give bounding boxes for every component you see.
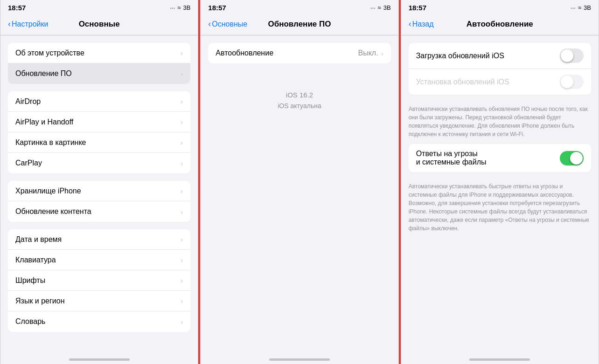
back-chevron-2: ‹ xyxy=(208,19,211,29)
chevron-about: › xyxy=(181,49,183,57)
ios-status: iOS актуальна xyxy=(208,101,390,111)
chevron-airdrop: › xyxy=(181,97,183,105)
back-chevron-1: ‹ xyxy=(8,19,11,29)
chevron-dictionary: › xyxy=(181,318,183,326)
toggle-download[interactable] xyxy=(560,48,584,63)
toggle-knob-security xyxy=(570,152,583,165)
chevron-language: › xyxy=(181,297,183,305)
list-item-airplay[interactable]: AirPlay и Handoff › xyxy=(8,112,190,132)
ios-version: iOS 16.2 xyxy=(208,89,390,101)
nav-bar-2: ‹ Основные Обновление ПО xyxy=(201,15,398,35)
back-button-3[interactable]: ‹ Назад xyxy=(409,19,434,29)
ios-info: iOS 16.2 iOS актуальна xyxy=(201,71,398,130)
list-item-language[interactable]: Язык и регион › xyxy=(8,291,190,311)
home-bar-3 xyxy=(469,358,530,361)
chevron-airplay: › xyxy=(181,118,183,126)
content-2: Автообновление Выкл. › iOS 16.2 iOS акту… xyxy=(201,35,398,355)
back-chevron-3: ‹ xyxy=(409,19,411,29)
home-bar-2 xyxy=(269,358,330,361)
back-label-1: Настройки xyxy=(12,20,48,28)
label-airdrop: AirDrop xyxy=(15,97,41,106)
list-item-datetime[interactable]: Дата и время › xyxy=(8,229,190,250)
label-storage: Хранилище iPhone xyxy=(15,187,81,195)
back-button-1[interactable]: ‹ Настройки xyxy=(8,19,48,29)
back-button-2[interactable]: ‹ Основные xyxy=(208,19,247,29)
panel-auto-update: 18:57 ··· ≈ 3B ‹ Назад Автообновление За… xyxy=(401,0,599,364)
home-indicator-2 xyxy=(201,355,398,364)
toggle-row-install: Установка обновлений iOS xyxy=(409,69,591,95)
toggle-knob-download xyxy=(561,49,573,62)
label-carplay: CarPlay xyxy=(15,159,42,167)
toggle-row-download: Загрузка обновлений iOS xyxy=(409,43,591,69)
battery-icon-3: 3B xyxy=(584,4,591,11)
label-security: Ответы на угрозы и системные файлы xyxy=(416,150,560,166)
label-software-update: Обновление ПО xyxy=(15,69,72,78)
label-airplay: AirPlay и Handoff xyxy=(15,118,73,126)
list-item-storage[interactable]: Хранилище iPhone › xyxy=(8,181,190,201)
list-item-dictionary[interactable]: Словарь › xyxy=(8,311,190,332)
list-item-about[interactable]: Об этом устройстве › xyxy=(8,43,190,63)
label-download: Загрузка обновлений iOS xyxy=(416,52,560,60)
battery-icon-1: 3B xyxy=(183,4,190,11)
content-1: Об этом устройстве › Обновление ПО › Air… xyxy=(0,35,198,355)
list-group-toggles-2: Ответы на угрозы и системные файлы xyxy=(409,144,591,172)
label-auto-update: Автообновление xyxy=(216,49,273,57)
status-bar-2: 18:57 ··· ≈ 3B xyxy=(201,0,398,15)
panel-general: 18:57 ··· ≈ 3B ‹ Настройки Основные Об э… xyxy=(0,0,198,364)
list-item-airdrop[interactable]: AirDrop › xyxy=(8,91,190,112)
time-3: 18:57 xyxy=(409,4,426,12)
label-keyboard: Клавиатура xyxy=(15,256,56,264)
nav-bar-3: ‹ Назад Автообновление xyxy=(401,15,599,35)
battery-icon-2: 3B xyxy=(383,4,391,11)
wifi-icon-3: ≈ xyxy=(578,4,581,11)
chevron-software-update: › xyxy=(181,70,183,78)
label-about: Об этом устройстве xyxy=(15,49,84,57)
list-group-3: Хранилище iPhone › Обновление контента › xyxy=(8,181,190,222)
label-datetime: Дата и время xyxy=(15,235,62,244)
back-label-3: Назад xyxy=(412,20,434,28)
chevron-datetime: › xyxy=(181,235,183,243)
desc-install: Автоматически устанавливать обновления П… xyxy=(401,102,599,144)
list-item-pip[interactable]: Картинка в картинке › xyxy=(8,132,190,153)
list-item-carplay[interactable]: CarPlay › xyxy=(8,153,190,173)
label-fonts: Шрифты xyxy=(15,276,45,285)
list-item-auto-update[interactable]: Автообновление Выкл. › xyxy=(208,43,390,63)
list-group-auto-update: Автообновление Выкл. › xyxy=(208,43,390,63)
signal-icon-3: ··· xyxy=(571,4,576,11)
list-group-2: AirDrop › AirPlay и Handoff › Картинка в… xyxy=(8,91,190,173)
auto-update-right: Выкл. › xyxy=(358,49,383,57)
status-bar-1: 18:57 ··· ≈ 3B xyxy=(0,0,198,15)
label-content-update: Обновление контента xyxy=(15,207,91,216)
label-dictionary: Словарь xyxy=(15,317,45,326)
list-item-fonts[interactable]: Шрифты › xyxy=(8,270,190,291)
nav-bar-1: ‹ Настройки Основные xyxy=(0,15,198,35)
toggle-row-security: Ответы на угрозы и системные файлы xyxy=(409,144,591,172)
toggle-install[interactable] xyxy=(560,75,584,89)
list-group-4: Дата и время › Клавиатура › Шрифты › Язы… xyxy=(8,229,190,332)
back-label-2: Основные xyxy=(212,20,247,28)
label-pip: Картинка в картинке xyxy=(15,138,86,147)
home-indicator-1 xyxy=(0,355,198,364)
nav-title-1: Основные xyxy=(79,20,120,29)
toggle-knob-install xyxy=(561,76,573,88)
label-language: Язык и регион xyxy=(15,297,65,305)
wifi-icon-2: ≈ xyxy=(378,4,381,11)
status-bar-3: 18:57 ··· ≈ 3B xyxy=(401,0,599,15)
list-item-content-update[interactable]: Обновление контента › xyxy=(8,201,190,222)
chevron-carplay: › xyxy=(181,159,183,167)
home-bar-1 xyxy=(69,358,130,361)
content-3: Загрузка обновлений iOS Установка обновл… xyxy=(401,35,599,355)
nav-title-3: Автообновление xyxy=(467,20,533,29)
toggle-security[interactable] xyxy=(560,151,584,165)
list-item-software-update[interactable]: Обновление ПО › xyxy=(8,63,190,84)
time-1: 18:57 xyxy=(8,4,26,12)
chevron-content-update: › xyxy=(181,208,183,216)
time-2: 18:57 xyxy=(208,4,226,12)
status-icons-1: ··· ≈ 3B xyxy=(170,4,190,11)
label-install: Установка обновлений iOS xyxy=(416,78,560,86)
panel-software-update: 18:57 ··· ≈ 3B ‹ Основные Обновление ПО … xyxy=(200,0,398,364)
chevron-pip: › xyxy=(181,138,183,146)
chevron-keyboard: › xyxy=(181,256,183,264)
list-group-1: Об этом устройстве › Обновление ПО › xyxy=(8,43,190,84)
list-item-keyboard[interactable]: Клавиатура › xyxy=(8,250,190,270)
